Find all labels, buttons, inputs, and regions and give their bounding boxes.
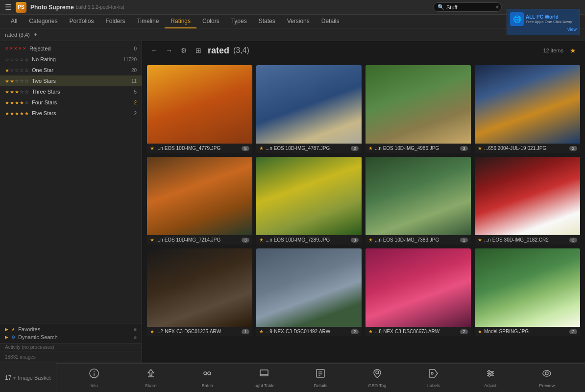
img-count-2: 2: [351, 146, 359, 151]
empty-star-4: ☆: [20, 57, 24, 62]
info-label: Info: [91, 383, 98, 388]
clear-search-button[interactable]: ✕: [495, 4, 499, 10]
forward-button[interactable]: →: [164, 45, 174, 56]
sidebar: ✕ ✕ ✕ ✕ ✕ Rejected 0 ☆ ☆ ☆ ☆ ☆ No Rat: [0, 41, 142, 363]
image-card-3[interactable]: ★ ...n EOS 10D-IMG_4986.JPG 3: [366, 65, 471, 153]
activity-bar: Activity (no processes): [0, 343, 142, 351]
sidebar-item-two-stars[interactable]: ★ ★ ☆ ☆ ☆ Two Stars 11: [0, 75, 142, 86]
dynamic-search-label: Dynamic Search: [18, 334, 131, 340]
tab-folders[interactable]: Folders: [99, 15, 131, 28]
star-empty-5: ☆: [24, 68, 29, 73]
img-name-2: ...n EOS 10D-IMG_4787.JPG: [266, 146, 349, 151]
image-card-2[interactable]: ★ ...n EOS 10D-IMG_4787.JPG 2: [256, 65, 362, 153]
image-label-1: ★ ...n EOS 10D-IMG_4779.JPG 5: [147, 144, 252, 153]
filter-button[interactable]: ⚙: [178, 45, 189, 56]
three-star-f1: ★: [5, 89, 9, 95]
image-label-9: ★ ...2-NEX-C3-DSC01235.ARW 1: [147, 327, 252, 336]
sidebar-footer: 18832 images: [0, 351, 142, 363]
star-filled-1: ★: [5, 68, 9, 73]
sidebar-count-three-stars: 5: [122, 89, 137, 95]
hamburger-icon[interactable]: ☰: [5, 2, 12, 12]
img-count-11: 2: [460, 329, 468, 334]
search-icon-small: ⚙: [11, 335, 15, 340]
tab-colors[interactable]: Colors: [196, 15, 225, 28]
sidebar-item-four-stars[interactable]: ★ ★ ★ ★ ☆ Four Stars 2: [0, 97, 142, 108]
image-label-8: ★ ...n EOS 30D-IMG_0182.CR2 3: [475, 235, 580, 245]
tab-types[interactable]: Types: [225, 15, 253, 28]
sidebar-label-no-rating: No Rating: [32, 56, 122, 62]
app-logo: PS: [16, 2, 26, 13]
tab-all[interactable]: All: [5, 15, 23, 28]
preview-tool[interactable]: Preview: [532, 368, 561, 388]
info-tool[interactable]: Info: [79, 368, 109, 388]
tab-details[interactable]: Details: [316, 15, 345, 28]
bottom-bar: 17 ▾ Image Basket Info Share Batch: [0, 363, 585, 392]
reject-icon-5: ✕: [23, 46, 26, 51]
image-card-12[interactable]: ★ Model-SPRING.JPG 2: [475, 248, 580, 336]
dynamic-search-item[interactable]: ▶ ⚙ Dynamic Search ≡: [5, 333, 137, 341]
ad-banner: 🌐 ALL PC World Free Apps One Click Away …: [507, 9, 580, 35]
stack-button[interactable]: ⊞: [193, 45, 204, 56]
favorite-toggle-button[interactable]: ★: [567, 45, 578, 56]
sidebar-item-rejected[interactable]: ✕ ✕ ✕ ✕ ✕ Rejected 0: [0, 43, 142, 54]
tab-portfolios[interactable]: Portfolios: [63, 15, 99, 28]
img-count-1: 5: [242, 146, 249, 151]
image-thumb-10: [256, 248, 362, 327]
four-star-f4: ★: [20, 100, 24, 105]
sidebar-item-no-rating[interactable]: ☆ ☆ ☆ ☆ ☆ No Rating 11720: [0, 54, 142, 65]
image-card-11[interactable]: ★ ...8-NEX-C3-DSC06673.ARW 2: [366, 248, 471, 336]
two-star-e5: ☆: [24, 78, 29, 84]
details-tool[interactable]: Details: [306, 368, 335, 388]
sidebar-item-three-stars[interactable]: ★ ★ ★ ☆ ☆ Three Stars 5: [0, 86, 142, 97]
search-input[interactable]: [446, 4, 495, 10]
tab-categories[interactable]: Categories: [23, 15, 63, 28]
share-tool[interactable]: Share: [136, 368, 166, 388]
img-count-4: 2: [569, 146, 577, 151]
back-button[interactable]: ←: [149, 45, 160, 56]
tab-timeline[interactable]: Timeline: [131, 15, 165, 28]
sidebar-item-one-star[interactable]: ★ ☆ ☆ ☆ ☆ One Star 20: [0, 65, 142, 75]
image-card-9[interactable]: ★ ...2-NEX-C3-DSC01235.ARW 1: [147, 248, 252, 336]
search-icon: 🔍: [438, 4, 444, 10]
img-name-11: ...8-NEX-C3-DSC06673.ARW: [375, 329, 458, 334]
tab-versions[interactable]: Versions: [281, 15, 316, 28]
image-card-1[interactable]: ★ ...n EOS 10D-IMG_4779.JPG 5: [147, 65, 252, 153]
batch-tool[interactable]: Batch: [193, 368, 222, 388]
image-card-10[interactable]: ★ ...9-NEX-C3-DSC01492.ARW 2: [256, 248, 362, 336]
adjust-tool[interactable]: Adjust: [476, 368, 505, 388]
image-card-4[interactable]: ★ ...656 2004-JUL-19 021.JPG 2: [475, 65, 580, 153]
sidebar-count-one-star: 20: [122, 68, 137, 73]
basket-dropdown-icon[interactable]: ▾: [13, 375, 16, 381]
sidebar-count-five-stars: 2: [122, 111, 137, 116]
labels-tool[interactable]: Labels: [419, 368, 448, 388]
dynamic-search-menu-icon[interactable]: ≡: [134, 335, 137, 340]
two-star-e4: ☆: [20, 78, 24, 84]
tab-ratings[interactable]: Ratings: [165, 15, 196, 28]
favorites-item[interactable]: ▶ ★ Favorites ≡: [5, 325, 137, 333]
img-name-12: Model-SPRING.JPG: [484, 329, 567, 334]
tab-states[interactable]: States: [253, 15, 281, 28]
image-card-5[interactable]: ★ ...n EOS 10D-IMG_7214.JPG 3: [147, 157, 252, 245]
sidebar-label-one-star: One Star: [32, 67, 122, 73]
geo-tag-tool[interactable]: GEO Tag: [363, 368, 392, 388]
add-filter-icon[interactable]: ＋: [33, 31, 38, 38]
light-table-tool[interactable]: Light Table: [249, 368, 279, 388]
favorites-menu-icon[interactable]: ≡: [134, 327, 137, 332]
image-grid: ★ ...n EOS 10D-IMG_4779.JPG 5 ★ ...n EOS…: [142, 60, 585, 363]
sidebar-item-five-stars[interactable]: ★ ★ ★ ★ ★ Five Stars 2: [0, 108, 142, 119]
image-card-6[interactable]: ★ ...n EOS 10D-IMG_7289.JPG 8: [256, 157, 362, 245]
labels-icon: [428, 368, 439, 381]
img-star-icon-7: ★: [368, 237, 373, 243]
star-empty-3: ☆: [15, 68, 19, 73]
five-star-f2: ★: [10, 111, 14, 116]
image-label-10: ★ ...9-NEX-C3-DSC01492.ARW 2: [256, 327, 362, 336]
empty-star-2: ☆: [10, 57, 14, 62]
img-count-10: 2: [351, 329, 359, 334]
img-count-6: 8: [351, 238, 359, 243]
ad-view-button[interactable]: View: [510, 27, 577, 32]
image-card-8[interactable]: ★ ...n EOS 30D-IMG_0182.CR2 3: [475, 157, 580, 245]
img-name-9: ...2-NEX-C3-DSC01235.ARW: [156, 329, 240, 334]
image-card-7[interactable]: ★ ...n EOS 10D-IMG_7383.JPG 1: [366, 157, 471, 245]
activity-text: Activity (no processes): [5, 344, 54, 350]
img-star-icon-10: ★: [259, 329, 264, 334]
